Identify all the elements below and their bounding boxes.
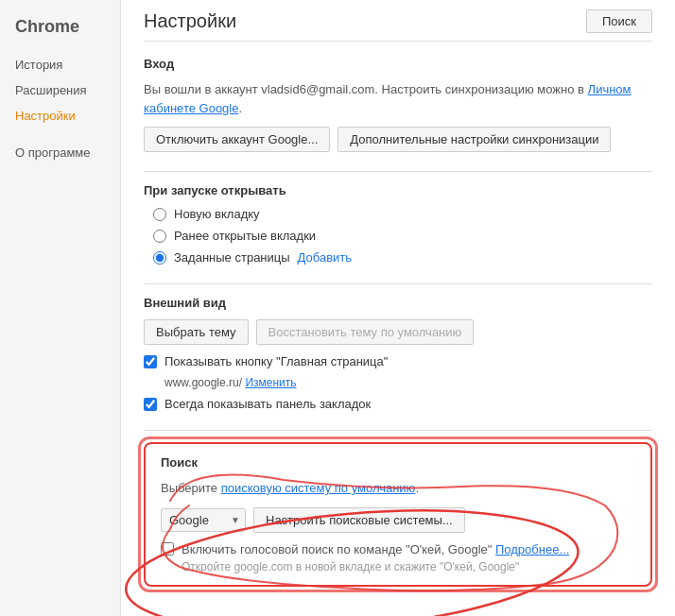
divider-1 — [144, 171, 652, 172]
startup-option-prev-tabs: Ранее открытые вкладки — [153, 229, 652, 243]
home-url-change-link[interactable]: Изменить — [245, 376, 296, 389]
show-bookmarks-label: Всегда показывать панель закладок — [164, 397, 371, 411]
voice-search-row: Включить голосовой поиск по команде "О'к… — [161, 542, 635, 556]
show-bookmarks-checkbox[interactable] — [144, 398, 157, 411]
divider-3 — [144, 430, 652, 431]
startup-label-custom-pages: Заданные страницы — [174, 250, 290, 265]
voice-search-hint: Откройте google.com в новой вкладке и ск… — [161, 560, 635, 573]
appearance-section-title: Внешний вид — [144, 296, 652, 310]
login-desc-before: Вы вошли в аккаунт vladsid6@gmail.com. Н… — [144, 82, 588, 96]
engine-select-wrapper: Google Яндекс Bing ▼ — [161, 508, 246, 532]
sidebar-item-about[interactable]: О программе — [0, 140, 120, 165]
login-desc-after: . — [238, 101, 242, 115]
engine-select[interactable]: Google Яндекс Bing — [161, 508, 246, 532]
reset-theme-button[interactable]: Восстановить тему по умолчанию — [256, 319, 475, 345]
home-url-subtext: www.google.ru/ Изменить — [144, 376, 652, 389]
search-section: Поиск Выберите поисковую систему по умол… — [144, 442, 652, 587]
startup-option-custom-pages: Заданные страницы Добавить — [153, 250, 652, 265]
show-home-btn-checkbox[interactable] — [144, 355, 157, 368]
login-section-title: Вход — [144, 57, 652, 71]
search-engine-row: Google Яндекс Bing ▼ Настроить поисковые… — [161, 507, 635, 533]
show-bookmarks-item: Всегда показывать панель закладок — [144, 397, 652, 411]
voice-search-text: Включить голосовой поиск по команде "О'к… — [182, 542, 495, 556]
sidebar-item-extensions[interactable]: Расширения — [0, 77, 120, 103]
choose-theme-button[interactable]: Выбрать тему — [144, 319, 249, 345]
advanced-sync-button[interactable]: Дополнительные настройки синхронизации — [338, 127, 611, 152]
sidebar: Chrome История Расширения Настройки О пр… — [0, 0, 121, 616]
home-url-text: www.google.ru/ — [164, 376, 245, 389]
page-title: Настройки — [144, 10, 236, 32]
main-content: Настройки Поиск Вход Вы вошли в аккаунт … — [121, 0, 675, 616]
show-home-btn-label: Показывать кнопку "Главная страница" — [164, 354, 388, 368]
appearance-section: Внешний вид Выбрать тему Восстановить те… — [144, 296, 652, 411]
theme-button-row: Выбрать тему Восстановить тему по умолча… — [144, 319, 652, 345]
disconnect-account-button[interactable]: Отключить аккаунт Google... — [144, 127, 330, 152]
manage-search-engines-button[interactable]: Настроить поисковые системы... — [253, 507, 465, 533]
voice-search-checkbox[interactable] — [161, 542, 174, 556]
search-section-title: Поиск — [161, 455, 635, 470]
login-section: Вход Вы вошли в аккаунт vladsid6@gmail.c… — [144, 57, 652, 152]
main-header: Настройки Поиск — [144, 9, 652, 42]
login-description: Вы вошли в аккаунт vladsid6@gmail.com. Н… — [144, 80, 652, 117]
show-home-btn-item: Показывать кнопку "Главная страница" — [144, 354, 652, 368]
voice-search-label: Включить голосовой поиск по команде "О'к… — [182, 542, 569, 556]
search-desc-before: Выберите — [161, 481, 221, 495]
sidebar-item-settings[interactable]: Настройки — [0, 103, 120, 128]
search-description: Выберите поисковую систему по умолчанию. — [161, 479, 635, 498]
search-desc-after: . — [415, 481, 419, 495]
app-container: Chrome История Расширения Настройки О пр… — [0, 0, 675, 616]
startup-label-prev-tabs: Ранее открытые вкладки — [174, 229, 316, 243]
startup-radio-custom-pages[interactable] — [153, 251, 166, 265]
app-brand: Chrome — [0, 9, 120, 52]
startup-option-new-tab: Новую вкладку — [153, 207, 652, 221]
startup-section-title: При запуске открывать — [144, 183, 652, 197]
startup-radio-prev-tabs[interactable] — [153, 230, 166, 243]
default-search-link[interactable]: поисковую систему по умолчанию — [221, 481, 416, 495]
startup-label-new-tab: Новую вкладку — [174, 207, 260, 221]
login-button-row: Отключить аккаунт Google... Дополнительн… — [144, 127, 652, 152]
sidebar-item-history[interactable]: История — [0, 52, 120, 77]
startup-add-link[interactable]: Добавить — [298, 250, 352, 265]
divider-2 — [144, 283, 652, 284]
voice-search-more-link[interactable]: Подробнее... — [495, 542, 569, 556]
startup-radio-new-tab[interactable] — [153, 208, 166, 221]
startup-options: Новую вкладку Ранее открытые вкладки Зад… — [144, 207, 652, 265]
search-button[interactable]: Поиск — [586, 9, 652, 33]
startup-section: При запуске открывать Новую вкладку Ране… — [144, 183, 652, 265]
